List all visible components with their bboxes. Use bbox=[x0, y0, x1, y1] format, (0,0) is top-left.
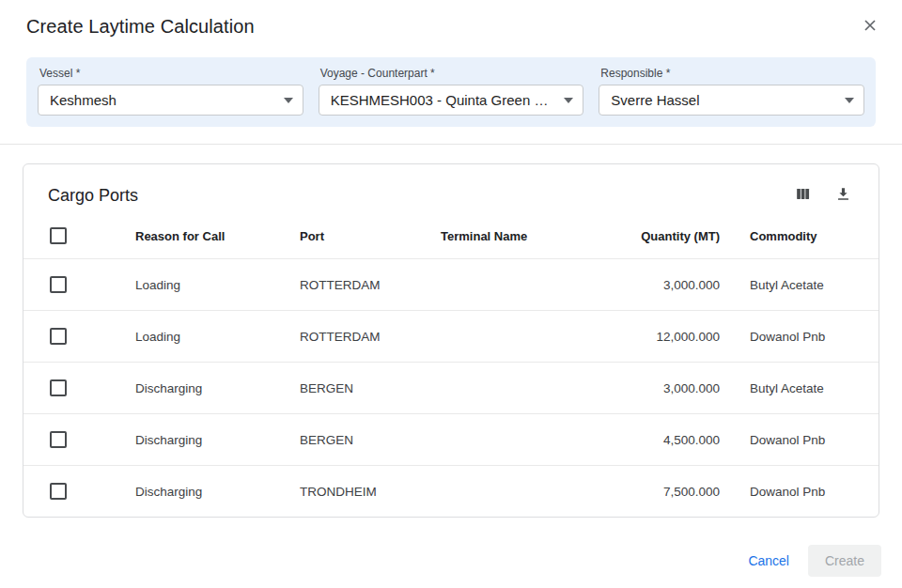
download-button[interactable] bbox=[832, 183, 854, 208]
cell-quantity: 3,000.000 bbox=[587, 363, 723, 414]
dialog-title: Create Laytime Calculation bbox=[26, 16, 255, 38]
responsible-label: Responsible * bbox=[600, 67, 864, 80]
column-header-terminal: Terminal Name bbox=[418, 211, 587, 259]
create-laytime-dialog: Create Laytime Calculation Vessel * Kesh… bbox=[0, 0, 902, 518]
cell-quantity: 12,000.000 bbox=[587, 311, 723, 363]
dialog-header: Create Laytime Calculation bbox=[0, 0, 902, 52]
table-row: Loading ROTTERDAM 3,000.000 Butyl Acetat… bbox=[23, 259, 879, 311]
cell-reason: Loading bbox=[113, 259, 277, 311]
vessel-label: Vessel * bbox=[39, 67, 303, 80]
cell-quantity: 3,000.000 bbox=[587, 259, 723, 311]
cell-terminal bbox=[418, 414, 587, 466]
table-row: Discharging BERGEN 4,500.000 Dowanol Pnb bbox=[23, 414, 879, 466]
cell-reason: Loading bbox=[113, 311, 277, 363]
responsible-value: Sverre Hassel bbox=[611, 92, 707, 108]
cell-port: BERGEN bbox=[277, 363, 418, 414]
cargo-ports-title: Cargo Ports bbox=[48, 186, 138, 206]
download-icon bbox=[834, 185, 852, 206]
view-columns-button[interactable] bbox=[792, 183, 814, 208]
cargo-ports-table: Reason for Call Port Terminal Name Quant… bbox=[23, 211, 879, 517]
cell-terminal bbox=[418, 466, 587, 518]
row-checkbox[interactable] bbox=[50, 431, 67, 448]
table-row: Discharging BERGEN 3,000.000 Butyl Aceta… bbox=[23, 363, 879, 414]
cell-commodity: Butyl Acetate bbox=[723, 363, 879, 414]
cell-reason: Discharging bbox=[113, 363, 277, 414]
cell-commodity: Dowanol Pnb bbox=[723, 466, 879, 518]
vessel-select[interactable]: Keshmesh bbox=[38, 85, 303, 116]
vessel-value: Keshmesh bbox=[50, 92, 124, 108]
cell-terminal bbox=[418, 363, 587, 414]
cell-commodity: Butyl Acetate bbox=[723, 259, 879, 311]
cell-reason: Discharging bbox=[113, 466, 277, 518]
voyage-counterpart-value: KESHMESH003 - Quinta Green Shippi… bbox=[331, 92, 565, 108]
responsible-field: Responsible * Sverre Hassel bbox=[599, 65, 864, 116]
chevron-down-icon bbox=[845, 98, 854, 103]
vessel-field: Vessel * Keshmesh bbox=[38, 65, 303, 116]
cell-port: ROTTERDAM bbox=[277, 311, 418, 363]
create-button[interactable]: Create bbox=[808, 545, 881, 577]
cargo-ports-actions bbox=[792, 183, 854, 208]
chevron-down-icon bbox=[284, 98, 293, 103]
column-header-commodity: Commodity bbox=[723, 211, 879, 259]
voyage-counterpart-field: Voyage - Counterpart * KESHMESH003 - Qui… bbox=[319, 65, 584, 116]
close-button[interactable] bbox=[859, 14, 881, 39]
cell-port: TRONDHEIM bbox=[277, 466, 418, 518]
column-header-port: Port bbox=[277, 211, 418, 259]
cargo-ports-header: Cargo Ports bbox=[23, 164, 879, 211]
close-icon bbox=[861, 16, 879, 38]
row-checkbox[interactable] bbox=[50, 276, 67, 293]
voyage-form-panel: Vessel * Keshmesh Voyage - Counterpart *… bbox=[26, 57, 876, 127]
row-checkbox[interactable] bbox=[50, 379, 67, 396]
dialog-footer: Cancel Create bbox=[739, 545, 881, 577]
table-row: Discharging TRONDHEIM 7,500.000 Dowanol … bbox=[23, 466, 879, 518]
section-divider bbox=[0, 144, 902, 145]
column-header-quantity: Quantity (MT) bbox=[587, 211, 723, 259]
cell-terminal bbox=[418, 259, 587, 311]
cell-port: ROTTERDAM bbox=[277, 259, 418, 311]
cell-commodity: Dowanol Pnb bbox=[723, 311, 879, 363]
responsible-select[interactable]: Sverre Hassel bbox=[599, 85, 864, 116]
table-header-row: Reason for Call Port Terminal Name Quant… bbox=[23, 211, 879, 259]
cargo-ports-card: Cargo Ports bbox=[23, 163, 879, 518]
table-row: Loading ROTTERDAM 12,000.000 Dowanol Pnb bbox=[23, 311, 879, 363]
row-checkbox[interactable] bbox=[50, 483, 67, 500]
view-columns-icon bbox=[794, 185, 812, 206]
chevron-down-icon bbox=[564, 98, 573, 103]
voyage-counterpart-select[interactable]: KESHMESH003 - Quinta Green Shippi… bbox=[319, 85, 584, 116]
cell-commodity: Dowanol Pnb bbox=[723, 414, 879, 466]
cell-port: BERGEN bbox=[277, 414, 418, 466]
cancel-button[interactable]: Cancel bbox=[739, 545, 799, 577]
voyage-counterpart-label: Voyage - Counterpart * bbox=[320, 67, 584, 80]
row-checkbox[interactable] bbox=[50, 328, 67, 345]
select-all-checkbox[interactable] bbox=[50, 227, 67, 244]
column-header-reason: Reason for Call bbox=[113, 211, 277, 259]
cell-reason: Discharging bbox=[113, 414, 277, 466]
cell-terminal bbox=[418, 311, 587, 363]
cell-quantity: 7,500.000 bbox=[587, 466, 723, 518]
cell-quantity: 4,500.000 bbox=[587, 414, 723, 466]
